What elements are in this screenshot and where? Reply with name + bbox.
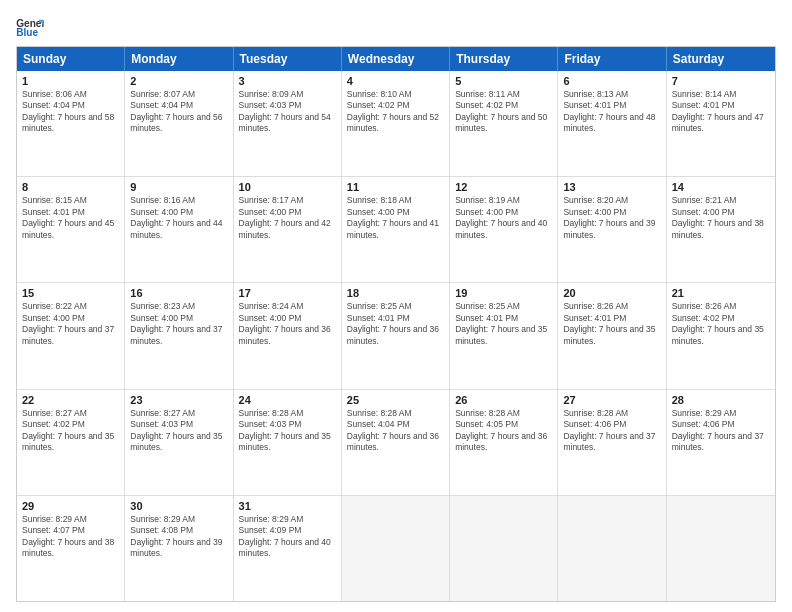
day-number: 12 (455, 181, 552, 193)
calendar-week-4: 22 Sunrise: 8:27 AMSunset: 4:02 PMDaylig… (17, 390, 775, 496)
day-number: 21 (672, 287, 770, 299)
cell-info: Sunrise: 8:28 AMSunset: 4:06 PMDaylight:… (563, 408, 660, 454)
day-number: 1 (22, 75, 119, 87)
cell-info: Sunrise: 8:13 AMSunset: 4:01 PMDaylight:… (563, 89, 660, 135)
calendar-cell-30: 30 Sunrise: 8:29 AMSunset: 4:08 PMDaylig… (125, 496, 233, 601)
day-number: 26 (455, 394, 552, 406)
calendar-cell-6: 6 Sunrise: 8:13 AMSunset: 4:01 PMDayligh… (558, 71, 666, 176)
day-number: 23 (130, 394, 227, 406)
cell-info: Sunrise: 8:24 AMSunset: 4:00 PMDaylight:… (239, 301, 336, 347)
cell-info: Sunrise: 8:23 AMSunset: 4:00 PMDaylight:… (130, 301, 227, 347)
calendar-header: SundayMondayTuesdayWednesdayThursdayFrid… (17, 47, 775, 71)
day-number: 7 (672, 75, 770, 87)
logo-icon: General Blue (16, 16, 44, 38)
page: General Blue SundayMondayTuesdayWednesda… (0, 0, 792, 612)
day-number: 9 (130, 181, 227, 193)
day-number: 11 (347, 181, 444, 193)
calendar-cell-19: 19 Sunrise: 8:25 AMSunset: 4:01 PMDaylig… (450, 283, 558, 388)
calendar-cell-2: 2 Sunrise: 8:07 AMSunset: 4:04 PMDayligh… (125, 71, 233, 176)
logo: General Blue (16, 16, 50, 38)
cell-info: Sunrise: 8:28 AMSunset: 4:05 PMDaylight:… (455, 408, 552, 454)
calendar-cell-11: 11 Sunrise: 8:18 AMSunset: 4:00 PMDaylig… (342, 177, 450, 282)
calendar-week-2: 8 Sunrise: 8:15 AMSunset: 4:01 PMDayligh… (17, 177, 775, 283)
day-number: 15 (22, 287, 119, 299)
header: General Blue (16, 16, 776, 38)
calendar-cell-empty (667, 496, 775, 601)
cell-info: Sunrise: 8:26 AMSunset: 4:01 PMDaylight:… (563, 301, 660, 347)
day-number: 31 (239, 500, 336, 512)
cell-info: Sunrise: 8:28 AMSunset: 4:03 PMDaylight:… (239, 408, 336, 454)
day-number: 25 (347, 394, 444, 406)
header-day-tuesday: Tuesday (234, 47, 342, 71)
cell-info: Sunrise: 8:22 AMSunset: 4:00 PMDaylight:… (22, 301, 119, 347)
cell-info: Sunrise: 8:09 AMSunset: 4:03 PMDaylight:… (239, 89, 336, 135)
cell-info: Sunrise: 8:29 AMSunset: 4:09 PMDaylight:… (239, 514, 336, 560)
calendar-cell-empty (450, 496, 558, 601)
cell-info: Sunrise: 8:07 AMSunset: 4:04 PMDaylight:… (130, 89, 227, 135)
day-number: 10 (239, 181, 336, 193)
calendar-cell-22: 22 Sunrise: 8:27 AMSunset: 4:02 PMDaylig… (17, 390, 125, 495)
day-number: 16 (130, 287, 227, 299)
cell-info: Sunrise: 8:29 AMSunset: 4:08 PMDaylight:… (130, 514, 227, 560)
day-number: 18 (347, 287, 444, 299)
day-number: 5 (455, 75, 552, 87)
cell-info: Sunrise: 8:29 AMSunset: 4:07 PMDaylight:… (22, 514, 119, 560)
calendar-week-1: 1 Sunrise: 8:06 AMSunset: 4:04 PMDayligh… (17, 71, 775, 177)
day-number: 14 (672, 181, 770, 193)
calendar-cell-13: 13 Sunrise: 8:20 AMSunset: 4:00 PMDaylig… (558, 177, 666, 282)
header-day-wednesday: Wednesday (342, 47, 450, 71)
calendar-cell-4: 4 Sunrise: 8:10 AMSunset: 4:02 PMDayligh… (342, 71, 450, 176)
calendar-body: 1 Sunrise: 8:06 AMSunset: 4:04 PMDayligh… (17, 71, 775, 601)
cell-info: Sunrise: 8:26 AMSunset: 4:02 PMDaylight:… (672, 301, 770, 347)
calendar-week-3: 15 Sunrise: 8:22 AMSunset: 4:00 PMDaylig… (17, 283, 775, 389)
day-number: 22 (22, 394, 119, 406)
day-number: 20 (563, 287, 660, 299)
header-day-saturday: Saturday (667, 47, 775, 71)
day-number: 27 (563, 394, 660, 406)
cell-info: Sunrise: 8:25 AMSunset: 4:01 PMDaylight:… (347, 301, 444, 347)
day-number: 6 (563, 75, 660, 87)
cell-info: Sunrise: 8:15 AMSunset: 4:01 PMDaylight:… (22, 195, 119, 241)
calendar-cell-20: 20 Sunrise: 8:26 AMSunset: 4:01 PMDaylig… (558, 283, 666, 388)
calendar-cell-18: 18 Sunrise: 8:25 AMSunset: 4:01 PMDaylig… (342, 283, 450, 388)
day-number: 13 (563, 181, 660, 193)
cell-info: Sunrise: 8:06 AMSunset: 4:04 PMDaylight:… (22, 89, 119, 135)
calendar-cell-1: 1 Sunrise: 8:06 AMSunset: 4:04 PMDayligh… (17, 71, 125, 176)
cell-info: Sunrise: 8:17 AMSunset: 4:00 PMDaylight:… (239, 195, 336, 241)
day-number: 8 (22, 181, 119, 193)
cell-info: Sunrise: 8:18 AMSunset: 4:00 PMDaylight:… (347, 195, 444, 241)
calendar-cell-15: 15 Sunrise: 8:22 AMSunset: 4:00 PMDaylig… (17, 283, 125, 388)
cell-info: Sunrise: 8:20 AMSunset: 4:00 PMDaylight:… (563, 195, 660, 241)
day-number: 28 (672, 394, 770, 406)
header-day-sunday: Sunday (17, 47, 125, 71)
calendar-cell-23: 23 Sunrise: 8:27 AMSunset: 4:03 PMDaylig… (125, 390, 233, 495)
calendar-cell-3: 3 Sunrise: 8:09 AMSunset: 4:03 PMDayligh… (234, 71, 342, 176)
svg-text:Blue: Blue (16, 27, 38, 38)
calendar-cell-25: 25 Sunrise: 8:28 AMSunset: 4:04 PMDaylig… (342, 390, 450, 495)
calendar-week-5: 29 Sunrise: 8:29 AMSunset: 4:07 PMDaylig… (17, 496, 775, 601)
calendar-cell-empty (342, 496, 450, 601)
cell-info: Sunrise: 8:25 AMSunset: 4:01 PMDaylight:… (455, 301, 552, 347)
calendar-cell-31: 31 Sunrise: 8:29 AMSunset: 4:09 PMDaylig… (234, 496, 342, 601)
calendar-cell-14: 14 Sunrise: 8:21 AMSunset: 4:00 PMDaylig… (667, 177, 775, 282)
header-day-friday: Friday (558, 47, 666, 71)
calendar-cell-10: 10 Sunrise: 8:17 AMSunset: 4:00 PMDaylig… (234, 177, 342, 282)
calendar-cell-empty (558, 496, 666, 601)
day-number: 24 (239, 394, 336, 406)
day-number: 4 (347, 75, 444, 87)
cell-info: Sunrise: 8:14 AMSunset: 4:01 PMDaylight:… (672, 89, 770, 135)
cell-info: Sunrise: 8:10 AMSunset: 4:02 PMDaylight:… (347, 89, 444, 135)
calendar-cell-8: 8 Sunrise: 8:15 AMSunset: 4:01 PMDayligh… (17, 177, 125, 282)
calendar: SundayMondayTuesdayWednesdayThursdayFrid… (16, 46, 776, 602)
calendar-cell-17: 17 Sunrise: 8:24 AMSunset: 4:00 PMDaylig… (234, 283, 342, 388)
header-day-monday: Monday (125, 47, 233, 71)
calendar-cell-9: 9 Sunrise: 8:16 AMSunset: 4:00 PMDayligh… (125, 177, 233, 282)
calendar-cell-26: 26 Sunrise: 8:28 AMSunset: 4:05 PMDaylig… (450, 390, 558, 495)
cell-info: Sunrise: 8:16 AMSunset: 4:00 PMDaylight:… (130, 195, 227, 241)
calendar-cell-29: 29 Sunrise: 8:29 AMSunset: 4:07 PMDaylig… (17, 496, 125, 601)
day-number: 2 (130, 75, 227, 87)
header-day-thursday: Thursday (450, 47, 558, 71)
cell-info: Sunrise: 8:29 AMSunset: 4:06 PMDaylight:… (672, 408, 770, 454)
day-number: 3 (239, 75, 336, 87)
calendar-cell-27: 27 Sunrise: 8:28 AMSunset: 4:06 PMDaylig… (558, 390, 666, 495)
